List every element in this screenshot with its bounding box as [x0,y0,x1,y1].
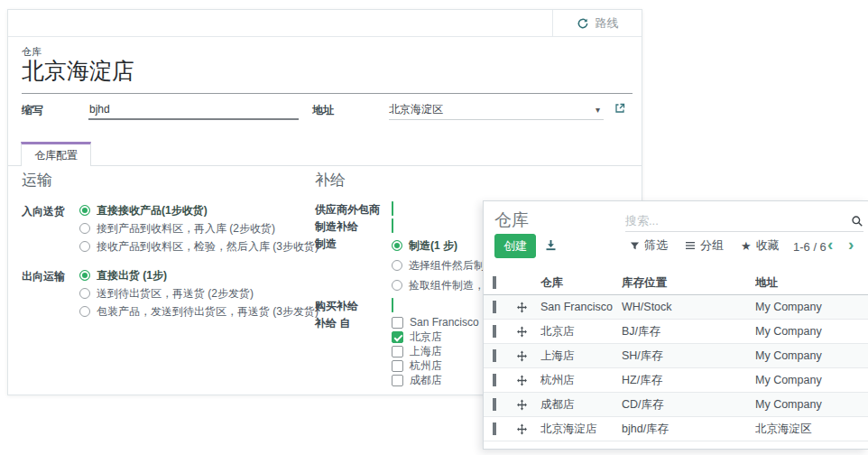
list-title: 仓库 [494,209,529,232]
warehouse-table: 仓库 库存位置 地址 San Francisco WH/Stock My Com… [484,271,868,441]
shipments-section-title: 运输 [22,170,312,190]
routes-stat-button[interactable]: 路线 [552,10,642,36]
radio-on-icon[interactable] [79,270,90,281]
cell-location: SH/库存 [622,348,755,364]
checkbox-label: 北京店 [410,330,442,345]
search-input[interactable] [625,214,847,228]
table-row[interactable]: San Francisco WH/Stock My Company [484,295,868,320]
code-field-label: 缩写 [22,103,43,118]
code-input[interactable] [88,100,299,120]
filters-label: 筛选 [644,237,668,254]
tab-warehouse-configuration[interactable]: 仓库配置 [21,142,91,166]
drag-handle-icon[interactable] [516,423,540,435]
address-value: 北京海淀区 [389,102,596,117]
radio-off-icon[interactable] [79,306,90,317]
radio-off-icon[interactable] [392,260,402,271]
drag-handle-icon[interactable] [516,350,540,362]
drag-handle-icon[interactable] [516,375,540,386]
pager-range: 1-6 / 6 [793,240,826,254]
favorites-button[interactable]: ★ 收藏 [741,237,780,254]
drag-handle-icon[interactable] [516,302,540,313]
row-checkbox[interactable] [493,349,496,362]
checkbox-off-icon[interactable] [392,346,403,358]
row-checkbox[interactable] [493,325,496,338]
filters-button[interactable]: 筛选 [630,237,668,254]
radio-label: 直接接收产品(1步收货) [97,203,208,218]
radio-off-icon[interactable] [79,223,90,234]
cell-warehouse: 上海店 [540,348,622,364]
cell-address: My Company [755,301,868,313]
radio-label: 直接出货 (1步) [97,268,167,283]
cell-warehouse: 北京海淀店 [540,422,622,437]
create-button[interactable]: 创建 [494,234,536,258]
radio-option[interactable]: 接到产品到收料区，再入库 (2步收货) [79,219,319,237]
checkbox-label: San Francisco [410,316,479,329]
table-row[interactable]: 成都店 CD/库存 My Company [484,393,868,417]
radio-off-icon[interactable] [392,280,402,291]
radio-label: 送到待出货区，再送货 (2步发货) [97,286,254,302]
incoming-shipments-label: 入向送货 [22,201,79,255]
radio-option[interactable]: 包装产品，发送到待出货区，再送货 (3步发货) [79,302,319,320]
radio-on-icon[interactable] [392,240,402,251]
table-row[interactable]: 上海店 SH/库存 My Company [484,344,868,368]
drag-handle-icon[interactable] [516,399,540,411]
column-header-address[interactable]: 地址 [755,275,868,291]
chevron-right-icon[interactable]: › [848,236,854,253]
download-icon[interactable] [544,238,558,252]
cell-address: My Company [755,398,868,411]
column-header-location[interactable]: 库存位置 [622,275,755,291]
chevron-left-icon[interactable]: ‹ [827,236,833,253]
radio-option[interactable]: 直接接收产品(1步收货) [79,201,319,219]
checkbox-off-icon[interactable] [392,360,403,372]
table-row[interactable]: 北京店 BJ/库存 My Company [484,320,868,344]
checkbox-on-icon[interactable] [392,331,403,343]
table-row[interactable]: 北京海淀店 bjhd/库存 北京海淀区 [484,417,868,441]
stat-button-bar: 路线 [8,10,642,37]
filter-icon [630,241,640,251]
manufacture-supply-label: 制造补给 [315,218,392,235]
group-by-label: 分组 [700,237,724,254]
address-select[interactable]: 北京海淀区 ▾ [389,100,604,120]
routes-button-label: 路线 [596,15,619,32]
select-all-checkbox[interactable] [493,276,496,289]
resupply-from-label: 补给 自 [315,315,392,331]
routes-refresh-icon [577,17,589,30]
checkbox-label: 成都店 [410,373,442,388]
external-link-icon[interactable] [614,103,625,114]
row-checkbox[interactable] [493,374,496,386]
row-checkbox[interactable] [493,398,496,411]
radio-option[interactable]: 送到待出货区，再送货 (2步发货) [79,284,319,302]
manufacture-label: 制造 [315,236,392,252]
radio-label: 包装产品，发送到待出货区，再送货 (3步发货) [97,304,319,320]
cell-location: BJ/库存 [622,324,755,339]
radio-off-icon[interactable] [79,241,90,252]
checkbox-label: 杭州店 [410,358,442,374]
chevron-down-icon[interactable]: ▾ [596,105,600,115]
radio-option[interactable]: 直接出货 (1步) [79,266,319,284]
table-row[interactable]: 杭州店 HZ/库存 My Company [484,368,868,393]
group-by-button[interactable]: 分组 [685,237,724,254]
radio-on-icon[interactable] [79,205,90,216]
cell-address: My Company [755,325,868,338]
radio-option[interactable]: 接收产品到收料区，检验，然后入库 (3步收货) [79,237,319,255]
row-checkbox[interactable] [493,301,496,313]
search-icon[interactable] [851,215,863,228]
cell-location: HZ/库存 [622,373,755,388]
subcontracting-checkbox[interactable] [392,201,393,216]
row-checkbox[interactable] [493,422,496,435]
buy-supply-label: 购买补给 [315,298,392,314]
drag-handle-icon[interactable] [516,326,540,338]
buy-supply-checkbox[interactable] [392,298,393,312]
checkbox-off-icon[interactable] [392,317,403,329]
manufacture-supply-checkbox[interactable] [392,218,393,233]
checkbox-label: 上海店 [410,344,442,359]
column-header-warehouse[interactable]: 仓库 [540,275,622,291]
checkbox-off-icon[interactable] [392,375,403,386]
search-box [625,210,863,232]
cell-warehouse: 杭州店 [540,373,622,388]
search-tools: 筛选 分组 ★ 收藏 [630,237,780,254]
warehouse-list-panel: 仓库 创建 筛选 分组 ★ [483,200,868,450]
radio-off-icon[interactable] [79,288,90,299]
cell-address: 北京海淀区 [755,422,868,437]
warehouse-name-input[interactable]: 北京海淀店 [22,56,633,94]
